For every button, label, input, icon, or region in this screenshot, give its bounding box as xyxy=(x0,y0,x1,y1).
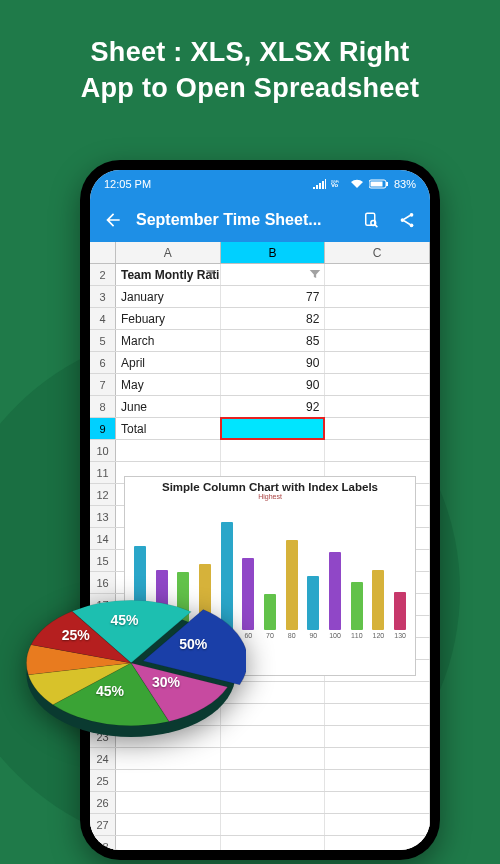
cell[interactable]: 90 xyxy=(221,352,326,373)
table-row: 10 xyxy=(90,440,430,462)
x-tick: 90 xyxy=(307,632,319,639)
cell[interactable]: 90 xyxy=(221,374,326,395)
row-number[interactable]: 26 xyxy=(90,792,116,813)
cell[interactable] xyxy=(116,792,221,813)
table-row: 27 xyxy=(90,814,430,836)
app-bar: September Time Sheet... xyxy=(90,198,430,242)
promo-line-2: App to Open Spreadsheet xyxy=(20,70,480,106)
select-all-corner[interactable] xyxy=(90,242,116,263)
cell[interactable] xyxy=(325,440,430,461)
cell[interactable] xyxy=(221,814,326,835)
table-row: 9Total516 xyxy=(90,418,430,440)
table-row: 4Febuary82 xyxy=(90,308,430,330)
row-number[interactable]: 9 xyxy=(90,418,116,439)
bar xyxy=(307,576,319,630)
cell[interactable]: June xyxy=(116,396,221,417)
cell[interactable] xyxy=(116,814,221,835)
cell[interactable] xyxy=(325,308,430,329)
cell[interactable]: Febuary xyxy=(116,308,221,329)
cell[interactable] xyxy=(325,792,430,813)
share-icon xyxy=(398,211,416,229)
table-row: 8June92 xyxy=(90,396,430,418)
cell[interactable]: Team Montly Ratings xyxy=(116,264,221,285)
row-number[interactable]: 4 xyxy=(90,308,116,329)
chart-title: Simple Column Chart with Index Labels xyxy=(125,477,415,493)
cell[interactable] xyxy=(325,264,430,285)
cell[interactable]: April xyxy=(116,352,221,373)
document-search-icon xyxy=(362,211,380,229)
cell[interactable] xyxy=(221,792,326,813)
cell[interactable] xyxy=(221,440,326,461)
row-number[interactable]: 12 xyxy=(90,484,116,505)
col-B[interactable]: B xyxy=(221,242,326,263)
table-row: 26 xyxy=(90,792,430,814)
cell[interactable] xyxy=(325,770,430,791)
row-number[interactable]: 10 xyxy=(90,440,116,461)
row-number[interactable]: 8 xyxy=(90,396,116,417)
svg-text:WiFi: WiFi xyxy=(331,179,339,184)
cell[interactable] xyxy=(325,682,430,703)
cell[interactable]: January xyxy=(116,286,221,307)
row-number[interactable]: 27 xyxy=(90,814,116,835)
x-tick: 100 xyxy=(329,632,341,639)
cell[interactable] xyxy=(116,836,221,850)
row-number[interactable]: 7 xyxy=(90,374,116,395)
cell[interactable] xyxy=(325,330,430,351)
filter-icon xyxy=(204,267,218,281)
cell[interactable]: 85 xyxy=(221,330,326,351)
row-number[interactable]: 2 xyxy=(90,264,116,285)
volte-icon: VoWiFi xyxy=(331,179,345,189)
cell[interactable]: May xyxy=(116,374,221,395)
search-button[interactable] xyxy=(358,207,384,233)
cell[interactable] xyxy=(325,836,430,850)
svg-rect-4 xyxy=(386,182,388,186)
promo-line-1: Sheet : XLS, XLSX Right xyxy=(20,34,480,70)
cell[interactable] xyxy=(221,836,326,850)
cell[interactable] xyxy=(116,440,221,461)
pie-slice-label: 50% xyxy=(179,636,207,652)
cell[interactable] xyxy=(325,286,430,307)
cell[interactable]: 82 xyxy=(221,308,326,329)
table-row: 6April90 xyxy=(90,352,430,374)
signal-icon xyxy=(313,179,326,189)
x-tick: 130 xyxy=(394,632,406,639)
cell[interactable] xyxy=(221,264,326,285)
col-C[interactable]: C xyxy=(325,242,430,263)
row-number[interactable]: 13 xyxy=(90,506,116,527)
col-A[interactable]: A xyxy=(116,242,221,263)
status-bar: 12:05 PM VoWiFi 83% xyxy=(90,170,430,198)
column-headers: A B C xyxy=(90,242,430,264)
share-button[interactable] xyxy=(394,207,420,233)
bar xyxy=(351,582,363,630)
cell[interactable] xyxy=(325,814,430,835)
row-number[interactable]: 3 xyxy=(90,286,116,307)
x-tick: 110 xyxy=(351,632,363,639)
bar xyxy=(372,570,384,630)
pie-slice-label: 30% xyxy=(152,674,180,690)
filter-icon xyxy=(308,267,322,281)
cell[interactable] xyxy=(325,374,430,395)
cell[interactable] xyxy=(325,748,430,769)
row-number[interactable]: 11 xyxy=(90,462,116,483)
x-tick: 80 xyxy=(286,632,298,639)
row-number[interactable]: 14 xyxy=(90,528,116,549)
row-number[interactable]: 28 xyxy=(90,836,116,850)
cell[interactable] xyxy=(325,418,430,439)
cell[interactable]: 92 xyxy=(221,396,326,417)
row-number[interactable]: 6 xyxy=(90,352,116,373)
cell[interactable]: March xyxy=(116,330,221,351)
cell[interactable] xyxy=(325,726,430,747)
row-number[interactable]: 5 xyxy=(90,330,116,351)
cell[interactable] xyxy=(325,704,430,725)
cell[interactable]: Total xyxy=(116,418,221,439)
cell[interactable] xyxy=(325,352,430,373)
status-indicators: VoWiFi 83% xyxy=(313,178,416,190)
cell[interactable] xyxy=(325,396,430,417)
pie-slice-label: 25% xyxy=(62,627,90,643)
pie-chart xyxy=(16,548,246,778)
back-button[interactable] xyxy=(100,207,126,233)
wifi-icon xyxy=(350,179,364,189)
cell[interactable]: 77 xyxy=(221,286,326,307)
cell[interactable]: 516 xyxy=(221,418,326,439)
promo-title: Sheet : XLS, XLSX Right App to Open Spre… xyxy=(0,0,500,107)
